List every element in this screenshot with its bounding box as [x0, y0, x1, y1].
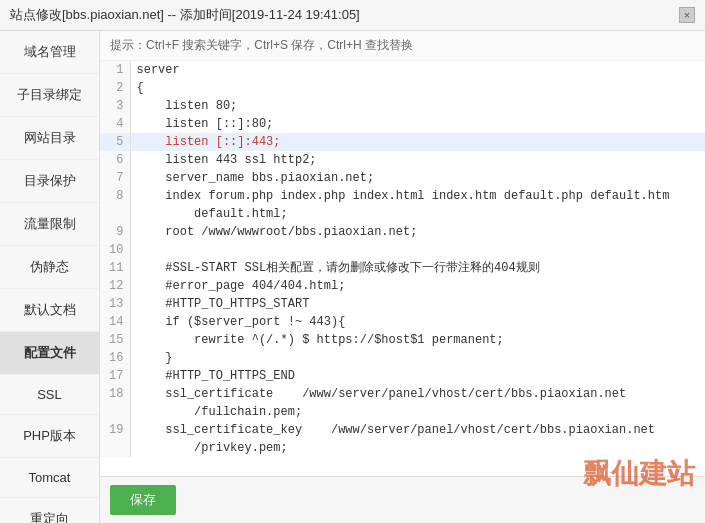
line-content: #HTTP_TO_HTTPS_START	[130, 295, 705, 313]
window: 站点修改[bbs.piaoxian.net] -- 添加时间[2019-11-2…	[0, 0, 705, 523]
line-content	[130, 241, 705, 259]
line-number: 8	[100, 187, 130, 223]
sidebar-item-重定向[interactable]: 重定向	[0, 498, 99, 523]
sidebar-item-子目录绑定[interactable]: 子目录绑定	[0, 74, 99, 117]
line-number: 1	[100, 61, 130, 79]
sidebar-item-PHP版本[interactable]: PHP版本	[0, 415, 99, 458]
editor-wrapper[interactable]: 1server2{3 listen 80;4 listen [::]:80;5 …	[100, 61, 705, 476]
line-number: 14	[100, 313, 130, 331]
bottom-bar: 保存	[100, 476, 705, 523]
line-number: 19	[100, 421, 130, 457]
close-button[interactable]: ×	[679, 7, 695, 23]
line-content: index forum.php index.php index.html ind…	[130, 187, 705, 223]
line-number: 16	[100, 349, 130, 367]
line-number: 18	[100, 385, 130, 421]
sidebar-item-域名管理[interactable]: 域名管理	[0, 31, 99, 74]
hint-bar: 提示：Ctrl+F 搜索关键字，Ctrl+S 保存，Ctrl+H 查找替换	[100, 31, 705, 61]
line-content: listen [::]:80;	[130, 115, 705, 133]
sidebar-item-SSL[interactable]: SSL	[0, 375, 99, 415]
line-number: 15	[100, 331, 130, 349]
line-number: 2	[100, 79, 130, 97]
line-content: {	[130, 79, 705, 97]
line-content: listen 443 ssl http2;	[130, 151, 705, 169]
content-area: 提示：Ctrl+F 搜索关键字，Ctrl+S 保存，Ctrl+H 查找替换 1s…	[100, 31, 705, 523]
line-content: ssl_certificate_key /www/server/panel/vh…	[130, 421, 705, 457]
sidebar-item-目录保护[interactable]: 目录保护	[0, 160, 99, 203]
line-content: #SSL-START SSL相关配置，请勿删除或修改下一行带注释的404规则	[130, 259, 705, 277]
line-number: 10	[100, 241, 130, 259]
sidebar-item-Tomcat[interactable]: Tomcat	[0, 458, 99, 498]
save-button[interactable]: 保存	[110, 485, 176, 515]
sidebar-item-配置文件[interactable]: 配置文件	[0, 332, 99, 375]
line-content: rewrite ^(/.*) $ https://$host$1 permane…	[130, 331, 705, 349]
line-number: 12	[100, 277, 130, 295]
line-content: #HTTP_TO_HTTPS_END	[130, 367, 705, 385]
line-content: server	[130, 61, 705, 79]
line-content: #error_page 404/404.html;	[130, 277, 705, 295]
main-layout: 域名管理子目录绑定网站目录目录保护流量限制伪静态默认文档配置文件SSLPHP版本…	[0, 31, 705, 523]
line-number: 7	[100, 169, 130, 187]
line-content: listen [::]:443;	[130, 133, 705, 151]
window-title: 站点修改[bbs.piaoxian.net] -- 添加时间[2019-11-2…	[10, 6, 360, 24]
line-number: 4	[100, 115, 130, 133]
line-number: 9	[100, 223, 130, 241]
line-content: ssl_certificate /www/server/panel/vhost/…	[130, 385, 705, 421]
line-number: 5	[100, 133, 130, 151]
sidebar: 域名管理子目录绑定网站目录目录保护流量限制伪静态默认文档配置文件SSLPHP版本…	[0, 31, 100, 523]
title-bar: 站点修改[bbs.piaoxian.net] -- 添加时间[2019-11-2…	[0, 0, 705, 31]
line-number: 13	[100, 295, 130, 313]
line-number: 6	[100, 151, 130, 169]
line-content: if ($server_port !~ 443){	[130, 313, 705, 331]
line-content: server_name bbs.piaoxian.net;	[130, 169, 705, 187]
line-content: }	[130, 349, 705, 367]
sidebar-item-网站目录[interactable]: 网站目录	[0, 117, 99, 160]
line-number: 17	[100, 367, 130, 385]
line-content: root /www/wwwroot/bbs.piaoxian.net;	[130, 223, 705, 241]
line-number: 3	[100, 97, 130, 115]
line-number: 11	[100, 259, 130, 277]
sidebar-item-伪静态[interactable]: 伪静态	[0, 246, 99, 289]
sidebar-item-默认文档[interactable]: 默认文档	[0, 289, 99, 332]
code-editor: 1server2{3 listen 80;4 listen [::]:80;5 …	[100, 61, 705, 457]
line-content: listen 80;	[130, 97, 705, 115]
sidebar-item-流量限制[interactable]: 流量限制	[0, 203, 99, 246]
